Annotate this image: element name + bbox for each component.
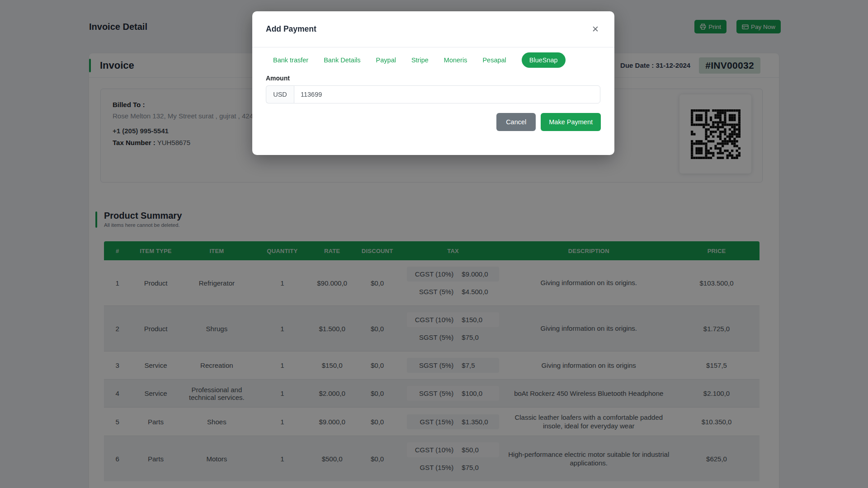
make-payment-button[interactable]: Make Payment	[541, 113, 601, 131]
modal-title: Add Payment	[266, 24, 316, 34]
amount-label: Amount	[266, 75, 601, 82]
modal-body: Bank trasferBank DetailsPaypalStripeMone…	[252, 52, 614, 131]
add-payment-modal: Add Payment ✕ Bank trasferBank DetailsPa…	[252, 11, 614, 155]
tab-bank-details[interactable]: Bank Details	[324, 56, 360, 64]
amount-input[interactable]	[294, 85, 600, 103]
amount-input-group: USD	[266, 85, 600, 103]
modal-footer: Cancel Make Payment	[266, 113, 601, 131]
tab-paypal[interactable]: Paypal	[376, 56, 396, 64]
close-icon[interactable]: ✕	[590, 23, 601, 35]
tab-stripe[interactable]: Stripe	[411, 56, 429, 64]
tab-pesapal[interactable]: Pesapal	[482, 56, 506, 64]
modal-header: Add Payment ✕	[252, 11, 614, 47]
tab-moneris[interactable]: Moneris	[444, 56, 467, 64]
payment-method-tabs: Bank trasferBank DetailsPaypalStripeMone…	[266, 52, 601, 69]
cancel-button[interactable]: Cancel	[496, 113, 536, 131]
tab-bank-trasfer[interactable]: Bank trasfer	[273, 56, 308, 64]
currency-prefix: USD	[266, 85, 294, 103]
tab-bluesnap[interactable]: BlueSnap	[522, 52, 566, 68]
